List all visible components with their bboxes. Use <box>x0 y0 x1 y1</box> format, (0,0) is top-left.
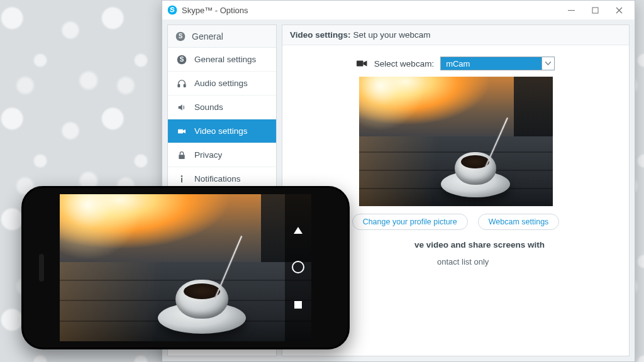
webcam-preview <box>359 77 553 206</box>
svg-rect-12 <box>181 178 182 182</box>
sidebar-item-general-settings[interactable]: S General settings <box>168 48 276 72</box>
sidebar-item-sounds[interactable]: Sounds <box>168 96 276 119</box>
svg-text:S: S <box>180 56 184 63</box>
shutter-button[interactable] <box>292 261 304 273</box>
skype-icon: S <box>175 31 186 41</box>
sidebar-item-audio-settings[interactable]: Audio settings <box>168 72 276 96</box>
sidebar-header-general[interactable]: S General <box>168 25 276 48</box>
webcam-select-value: mCam <box>441 57 541 70</box>
svg-text:S: S <box>179 33 183 40</box>
mode-switch-icon[interactable] <box>294 301 302 309</box>
svg-rect-1 <box>568 10 575 11</box>
panel-header-title: Video settings: <box>290 30 351 40</box>
receive-video-section-title: ve video and share screens with <box>414 240 629 250</box>
phone-screen[interactable] <box>60 194 311 341</box>
sidebar-item-label: Sounds <box>194 102 223 112</box>
titlebar[interactable]: Skype™ - Options <box>162 1 635 19</box>
close-button[interactable] <box>607 2 631 18</box>
svg-rect-13 <box>357 61 364 67</box>
change-profile-picture-button[interactable]: Change your profile picture <box>352 214 468 230</box>
panel-header-subtitle: Set up your webcam <box>353 30 431 40</box>
skype-icon <box>167 5 177 15</box>
sidebar-item-video-settings[interactable]: Video settings <box>168 119 276 143</box>
minimize-button[interactable] <box>559 2 583 18</box>
svg-rect-2 <box>592 8 598 13</box>
info-icon <box>177 174 187 184</box>
phone-device <box>21 186 350 349</box>
maximize-button[interactable] <box>583 2 607 18</box>
svg-rect-9 <box>178 129 183 133</box>
sidebar-header-label: General <box>192 31 223 41</box>
video-icon <box>357 59 368 68</box>
sidebar-item-label: Video settings <box>194 126 248 136</box>
phone-earpiece <box>39 254 44 282</box>
phone-bezel <box>23 188 60 348</box>
chevron-down-icon <box>541 57 554 70</box>
svg-rect-8 <box>184 84 186 87</box>
select-webcam-label: Select webcam: <box>374 59 434 69</box>
svg-point-11 <box>181 175 183 177</box>
speaker-icon <box>177 102 187 112</box>
headphones-icon <box>177 79 187 89</box>
flash-toggle-icon[interactable] <box>294 227 303 234</box>
phone-camera-controls <box>285 194 311 341</box>
sidebar-item-privacy[interactable]: Privacy <box>168 143 276 167</box>
receive-video-option[interactable]: ontact list only <box>437 257 629 266</box>
sidebar-item-label: General settings <box>194 55 256 64</box>
svg-rect-7 <box>178 84 180 87</box>
window-title: Skype™ - Options <box>182 6 248 15</box>
sidebar-item-label: Notifications <box>194 174 241 184</box>
video-icon <box>177 126 187 136</box>
sidebar-item-label: Privacy <box>194 150 222 160</box>
webcam-settings-button[interactable]: Webcam settings <box>478 214 560 230</box>
skype-icon: S <box>177 55 187 65</box>
svg-rect-10 <box>179 155 184 159</box>
panel-header: Video settings: Set up your webcam <box>282 25 629 45</box>
sidebar-item-label: Audio settings <box>194 79 248 88</box>
lock-icon <box>177 150 187 160</box>
webcam-select[interactable]: mCam <box>440 57 555 70</box>
